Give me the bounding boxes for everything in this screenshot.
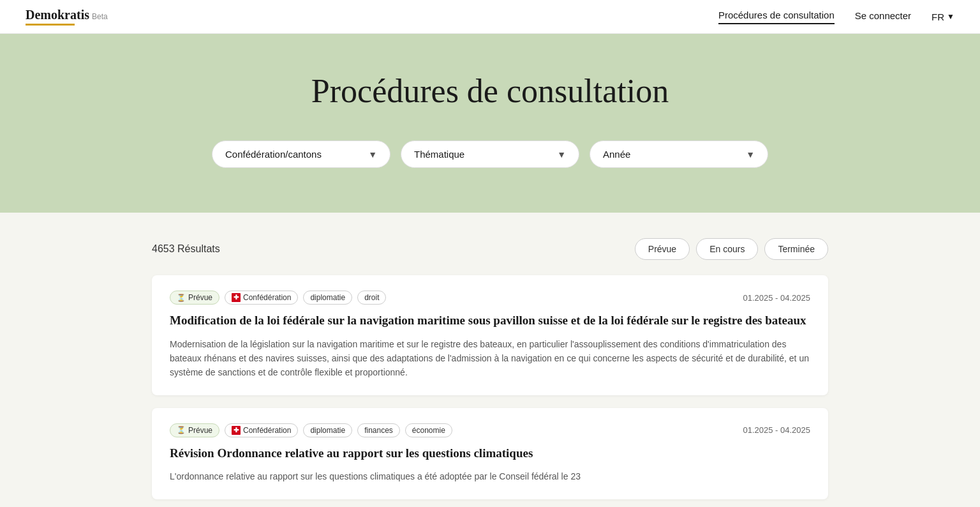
card-1-tags-row: ⏳ Prévue ✚ Confédération diplomatie droi… bbox=[170, 291, 810, 305]
chevron-down-icon: ▼ bbox=[947, 12, 954, 21]
filter-thematique[interactable]: Thématique ▼ bbox=[401, 140, 579, 168]
tag-prevue-2: ⏳ Prévue bbox=[170, 423, 219, 437]
tag-diplomatie-label-1: diplomatie bbox=[310, 293, 345, 302]
filter-annee-label: Année bbox=[603, 149, 630, 160]
tag-economie-label-2: économie bbox=[412, 426, 445, 435]
nav-lang-label: FR bbox=[932, 11, 944, 22]
logo: DemokratisBeta bbox=[26, 8, 108, 26]
swiss-flag-icon-2: ✚ bbox=[232, 426, 241, 435]
tag-economie-2: économie bbox=[405, 423, 452, 437]
tag-finances-2: finances bbox=[357, 423, 400, 437]
tag-finances-label-2: finances bbox=[364, 426, 393, 435]
tag-diplomatie-label-2: diplomatie bbox=[310, 426, 345, 435]
tab-prevue[interactable]: Prévue bbox=[635, 238, 690, 260]
filter-tabs: Prévue En cours Terminée bbox=[635, 238, 828, 260]
tag-prevue-label-2: Prévue bbox=[188, 426, 212, 435]
chevron-down-icon: ▼ bbox=[557, 149, 566, 160]
chevron-down-icon: ▼ bbox=[746, 149, 755, 160]
card-1-date: 01.2025 - 04.2025 bbox=[743, 293, 810, 303]
swiss-flag-icon: ✚ bbox=[232, 293, 241, 302]
tag-confederation-1: ✚ Confédération bbox=[225, 291, 298, 305]
logo-text: Demokratis bbox=[26, 8, 89, 22]
hero-section: Procédures de consultation Confédération… bbox=[0, 34, 980, 213]
tag-confederation-label-1: Confédération bbox=[243, 293, 291, 302]
tag-confederation-2: ✚ Confédération bbox=[225, 423, 298, 437]
card-2-title: Révision Ordonnance relative au rapport … bbox=[170, 445, 810, 462]
card-1-tags-left: ⏳ Prévue ✚ Confédération diplomatie droi… bbox=[170, 291, 386, 305]
logo-underline bbox=[26, 24, 75, 26]
logo-beta: Beta bbox=[92, 12, 108, 21]
card-2-description: L'ordonnance relative au rapport sur les… bbox=[170, 469, 810, 483]
nav: Procédures de consultation Se connecter … bbox=[718, 10, 954, 24]
tag-droit-label-1: droit bbox=[364, 293, 379, 302]
filter-confederation[interactable]: Confédération/cantons ▼ bbox=[212, 140, 390, 168]
tag-diplomatie-1: diplomatie bbox=[303, 291, 352, 305]
card-2-tags-left: ⏳ Prévue ✚ Confédération diplomatie fina… bbox=[170, 423, 452, 437]
card-1-title: Modification de la loi fédérale sur la n… bbox=[170, 312, 810, 329]
tab-terminee[interactable]: Terminée bbox=[764, 238, 828, 260]
tab-en-cours[interactable]: En cours bbox=[696, 238, 758, 260]
tag-prevue: ⏳ Prévue bbox=[170, 291, 219, 305]
clock-icon: ⏳ bbox=[177, 294, 186, 302]
filters: Confédération/cantons ▼ Thématique ▼ Ann… bbox=[26, 140, 954, 168]
clock-icon: ⏳ bbox=[177, 426, 186, 434]
tag-confederation-label-2: Confédération bbox=[243, 426, 291, 435]
filter-thematique-label: Thématique bbox=[414, 149, 464, 160]
nav-consultation[interactable]: Procédures de consultation bbox=[718, 10, 835, 24]
results-count: 4653 Résultats bbox=[152, 243, 220, 255]
card-1: ⏳ Prévue ✚ Confédération diplomatie droi… bbox=[152, 275, 828, 395]
filter-annee[interactable]: Année ▼ bbox=[590, 140, 768, 168]
card-2: ⏳ Prévue ✚ Confédération diplomatie fina… bbox=[152, 408, 828, 499]
nav-lang[interactable]: FR ▼ bbox=[932, 11, 954, 22]
page-title: Procédures de consultation bbox=[26, 72, 954, 110]
chevron-down-icon: ▼ bbox=[368, 149, 377, 160]
card-2-tags-row: ⏳ Prévue ✚ Confédération diplomatie fina… bbox=[170, 423, 810, 437]
nav-login[interactable]: Se connecter bbox=[855, 10, 911, 24]
results-header: 4653 Résultats Prévue En cours Terminée bbox=[152, 238, 828, 260]
tag-prevue-label: Prévue bbox=[188, 293, 212, 302]
tag-droit-1: droit bbox=[357, 291, 386, 305]
card-2-date: 01.2025 - 04.2025 bbox=[743, 425, 810, 435]
filter-confederation-label: Confédération/cantons bbox=[225, 149, 322, 160]
tag-diplomatie-2: diplomatie bbox=[303, 423, 352, 437]
results-section: 4653 Résultats Prévue En cours Terminée … bbox=[139, 213, 841, 507]
header: DemokratisBeta Procédures de consultatio… bbox=[0, 0, 980, 34]
card-1-description: Modernisation de la législation sur la n… bbox=[170, 337, 810, 380]
